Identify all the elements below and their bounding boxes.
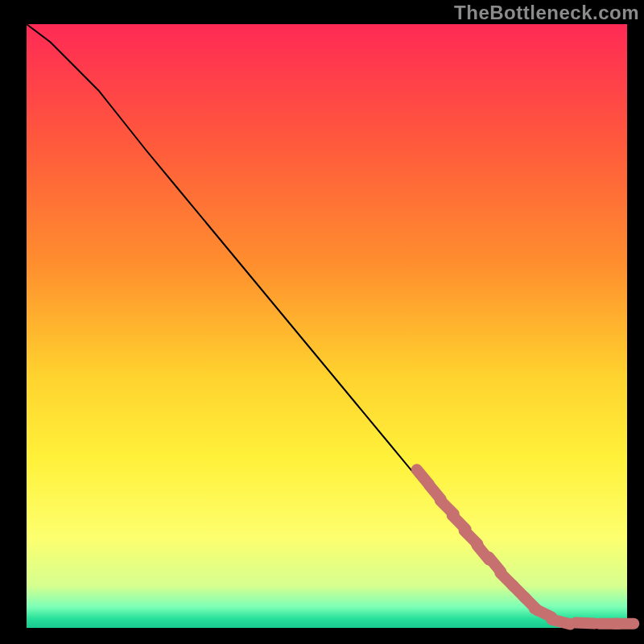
chart-stage: TheBottleneck.com [0,0,644,644]
chart-canvas [0,0,644,644]
data-marker [551,620,570,625]
plot-background [27,24,627,628]
watermark-label: TheBottleneck.com [454,2,639,24]
data-marker [576,623,595,624]
